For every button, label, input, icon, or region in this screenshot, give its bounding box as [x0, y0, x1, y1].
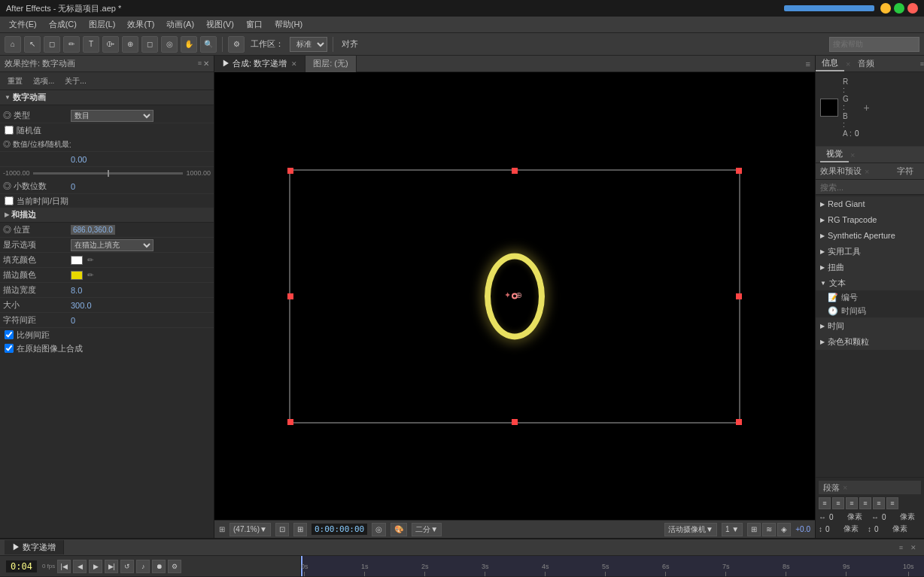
display-select[interactable]: 在猫边上填充 [71, 239, 153, 251]
effects-item-timecode[interactable]: 🕐 时间码 [816, 304, 924, 317]
align-justify-right-btn[interactable]: ≡ [886, 497, 898, 509]
composite-checkbox[interactable] [5, 344, 14, 353]
color-btn[interactable]: 🎨 [391, 523, 407, 536]
handle-bl[interactable] [287, 419, 293, 425]
value-num-display[interactable]: 0.00 [71, 155, 87, 164]
handle-tr[interactable] [736, 168, 742, 174]
close-button[interactable] [907, 3, 918, 14]
render-btn[interactable]: ◎ [372, 523, 386, 536]
grid-btn[interactable]: ⊞ [293, 523, 307, 536]
reset-btn[interactable]: 重置 [5, 75, 26, 87]
toolbar-pen-btn[interactable]: ✏ [63, 36, 80, 53]
tl-first-btn[interactable]: |◀ [57, 560, 71, 573]
toolbar-zoom-btn[interactable]: 🔍 [200, 36, 217, 53]
info-panel-menu[interactable]: ≡ [920, 60, 924, 68]
position-value[interactable]: 686.0,360.0 [71, 225, 115, 235]
tl-settings-btn[interactable]: ⚙ [168, 560, 181, 573]
align-left-btn[interactable]: ≡ [819, 497, 831, 509]
effects-group-utils-header[interactable]: ▶ 实用工具 [816, 244, 924, 259]
quality-btn[interactable]: 二分 ▼ [412, 523, 442, 536]
stroke-width-value[interactable]: 8.0 [71, 286, 82, 295]
fill-color-icon[interactable]: ✏ [87, 256, 93, 264]
value-slider[interactable] [33, 172, 184, 175]
toolbar-settings-btn[interactable]: ⚙ [228, 36, 245, 53]
draft-btn[interactable]: ◈ [777, 523, 791, 536]
toolbar-roto-btn[interactable]: ◎ [161, 36, 178, 53]
handle-ml[interactable] [287, 293, 293, 299]
tl-audio-btn[interactable]: ♪ [136, 560, 150, 573]
stroke-color-icon[interactable]: ✏ [87, 271, 93, 279]
toolbar-select-btn[interactable]: ◻ [44, 36, 60, 53]
fill-expand-icon[interactable]: ▶ [5, 211, 9, 218]
motion-blur-btn[interactable]: ≋ [762, 523, 776, 536]
time-display[interactable]: 0:04 [6, 560, 37, 572]
camera-btn[interactable]: 活动摄像机 ▼ [664, 523, 717, 536]
grid-overlay-btn[interactable]: ⊞ [747, 523, 761, 536]
toolbar-text-btn[interactable]: T [83, 36, 99, 53]
toolbar-eraser-btn[interactable]: ◻ [141, 36, 158, 53]
toolbar-brush-btn[interactable]: ⌱ [102, 36, 119, 53]
menu-effects[interactable]: 效果(T) [121, 17, 160, 32]
comp-tab-main[interactable]: ▶ 合成: 数字递增 ✕ [214, 56, 305, 72]
random-checkbox[interactable] [5, 126, 14, 135]
handle-br[interactable] [736, 419, 742, 425]
align-center-btn[interactable]: ≡ [832, 497, 844, 509]
panel-menu-icon[interactable]: ≡ [198, 59, 202, 68]
effects-group-synthetic-header[interactable]: ▶ Synthetic Aperture [816, 228, 924, 243]
menu-file[interactable]: 文件(E) [3, 17, 43, 32]
fill-color-swatch[interactable] [71, 256, 83, 265]
handle-tl[interactable] [287, 168, 293, 174]
comp-tab-close[interactable]: ✕ [291, 60, 297, 68]
decimal-value[interactable]: 0 [71, 182, 75, 191]
fit-btn[interactable]: ⊡ [275, 523, 289, 536]
menu-layer[interactable]: 图层(L) [83, 17, 121, 32]
toolbar-home-btn[interactable]: ⌂ [5, 36, 21, 53]
timeline-tab-main[interactable]: ▶ 数字递增 [5, 540, 64, 554]
maximize-button[interactable] [894, 3, 904, 14]
effects-item-numbering[interactable]: 📝 编号 [816, 290, 924, 304]
search-input[interactable] [829, 37, 919, 52]
toolbar-hand-btn[interactable]: ✋ [181, 36, 197, 53]
color-add-btn[interactable]: + [864, 102, 870, 114]
type-select[interactable]: 数目 [71, 110, 153, 122]
menu-compose[interactable]: 合成(C) [43, 17, 83, 32]
effects-group-noise-header[interactable]: ▶ 杂色和颗粒 [816, 334, 924, 349]
menu-view[interactable]: 视图(V) [200, 17, 240, 32]
tl-next-btn[interactable]: ▶| [105, 560, 118, 573]
workspace-select[interactable]: 标准 [290, 37, 327, 52]
view-btn[interactable]: 1 ▼ [722, 523, 743, 536]
menu-help[interactable]: 帮助(H) [269, 17, 309, 32]
audio-tab[interactable]: 音频 [852, 56, 880, 71]
tl-loop-btn[interactable]: ↺ [120, 560, 134, 573]
effects-group-text-header[interactable]: ▼ 文本 [816, 275, 924, 290]
proportional-checkbox[interactable] [5, 330, 14, 339]
stroke-color-swatch[interactable] [71, 271, 83, 280]
align-justify-center-btn[interactable]: ≡ [873, 497, 885, 509]
effects-group-time-header[interactable]: ▶ 时间 [816, 318, 924, 333]
align-right-btn[interactable]: ≡ [846, 497, 858, 509]
handle-bm[interactable] [512, 419, 518, 425]
char-spacing-value[interactable]: 0 [71, 316, 75, 325]
panel-close-btn[interactable]: ✕ [203, 59, 209, 68]
effects-group-distort-header[interactable]: ▶ 扭曲 [816, 260, 924, 275]
comp-tab-layer[interactable]: 图层: (无) [305, 56, 356, 72]
current-time-checkbox[interactable] [5, 196, 14, 205]
menu-animation[interactable]: 动画(A) [160, 17, 200, 32]
toolbar-clone-btn[interactable]: ⊕ [122, 36, 138, 53]
menu-window[interactable]: 窗口 [240, 17, 269, 32]
char-tab[interactable]: 字符 [891, 164, 919, 178]
time-display[interactable]: 0:00:00:00 [312, 524, 367, 535]
handle-tm[interactable] [512, 168, 518, 174]
minimize-button[interactable] [880, 3, 891, 14]
timeline-menu-icon[interactable]: ≡ [895, 544, 907, 551]
info-tab[interactable]: 信息 [816, 56, 844, 71]
timeline-close-btn[interactable]: ✕ [907, 544, 919, 551]
tl-play-btn[interactable]: ▶ [89, 560, 102, 573]
view-tab[interactable]: 视觉 [820, 147, 849, 162]
tl-prev-btn[interactable]: ◀ [73, 560, 87, 573]
align-justify-btn[interactable]: ≡ [859, 497, 871, 509]
handle-mr[interactable] [736, 293, 742, 299]
effects-group-trapcode-header[interactable]: ▶ RG Trapcode [816, 212, 924, 227]
tl-rec-btn[interactable]: ⏺ [152, 560, 166, 573]
options-btn[interactable]: 选项... [30, 75, 57, 87]
